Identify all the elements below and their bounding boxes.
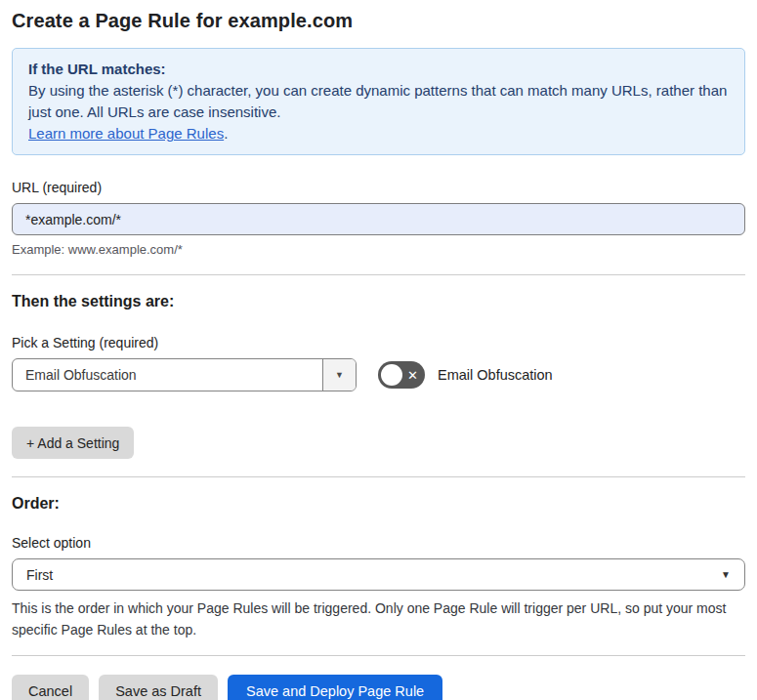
footer-actions: Cancel Save as Draft Save and Deploy Pag… — [12, 675, 745, 700]
settings-section-heading: Then the settings are: — [12, 293, 745, 310]
add-setting-button[interactable]: + Add a Setting — [12, 427, 134, 459]
info-box-heading: If the URL matches: — [28, 59, 729, 80]
divider — [12, 274, 745, 275]
toggle-knob — [381, 364, 402, 386]
setting-select-value: Email Obfuscation — [13, 359, 322, 391]
url-matches-info-box: If the URL matches: By using the asteris… — [12, 48, 745, 155]
email-obfuscation-toggle-group: ✕ Email Obfuscation — [378, 361, 553, 389]
divider — [12, 476, 745, 477]
toggle-label: Email Obfuscation — [438, 367, 553, 383]
info-box-body-text: By using the asterisk (*) character, you… — [28, 82, 727, 120]
page-title: Create a Page Rule for example.com — [12, 10, 745, 32]
learn-more-link[interactable]: Learn more about Page Rules — [28, 125, 224, 142]
pick-setting-label: Pick a Setting (required) — [12, 335, 745, 350]
chevron-down-icon[interactable]: ▼ — [322, 359, 356, 391]
toggle-off-icon: ✕ — [407, 369, 418, 382]
save-as-draft-button[interactable]: Save as Draft — [99, 675, 218, 700]
setting-row: Email Obfuscation ▼ ✕ Email Obfuscation — [12, 358, 745, 391]
order-select-value: First — [26, 567, 53, 583]
cancel-button[interactable]: Cancel — [12, 675, 89, 700]
save-and-deploy-button[interactable]: Save and Deploy Page Rule — [228, 675, 442, 700]
page-rule-form: Create a Page Rule for example.com If th… — [0, 10, 757, 700]
email-obfuscation-toggle[interactable]: ✕ — [378, 361, 425, 389]
setting-select[interactable]: Email Obfuscation ▼ — [12, 358, 357, 391]
divider — [12, 655, 745, 656]
info-box-link-line: Learn more about Page Rules. — [28, 123, 729, 144]
url-field-label: URL (required) — [12, 180, 745, 195]
link-period: . — [224, 125, 228, 142]
url-example-text: Example: www.example.com/* — [12, 242, 745, 257]
chevron-down-icon: ▼ — [721, 569, 731, 580]
order-section-heading: Order: — [12, 495, 745, 513]
order-select[interactable]: First ▼ — [12, 558, 745, 591]
info-box-body: By using the asterisk (*) character, you… — [28, 80, 729, 123]
url-input[interactable] — [12, 203, 745, 235]
order-select-label: Select option — [12, 535, 745, 551]
order-description: This is the order in which your Page Rul… — [12, 597, 735, 640]
